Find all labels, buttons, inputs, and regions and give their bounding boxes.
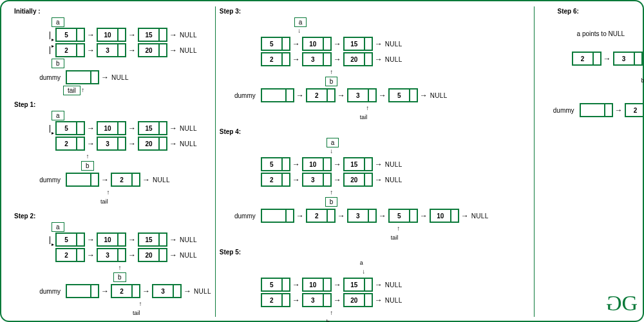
panel-step2: Step 2: a 5 10 15 NULL 2 3 20 NULL b dum… [14,213,211,317]
ptr-b-box: b [52,59,64,68]
title-step2: Step 2: [14,213,211,220]
geeksforgeeks-logo-icon: GG [610,291,634,316]
panel-step6: Step 6: a points to NULL 2 3 20 NULL b d… [538,8,644,117]
node: 3 [97,43,126,57]
column-step3-4-5: Step 3: a 5 10 15 NULL 2 3 20 NULL b dum… [215,6,534,317]
node: 20 [138,43,167,57]
elbow-b-icon [50,46,50,54]
diagram-frame: Initially : a 5 10 15 NULL 2 3 20 NULL b… [0,0,644,322]
panel-step3: Step 3: a 5 10 15 NULL 2 3 20 NULL b dum… [220,8,530,122]
column-step6: Step 6: a points to NULL 2 3 20 NULL b d… [534,6,644,317]
node: 10 [97,28,126,42]
column-initial-step1-step2: Initially : a 5 10 15 NULL 2 3 20 NULL b… [10,6,215,317]
null-label: NULL [178,32,197,39]
ptr-tail-box: tail [63,86,80,95]
title-initial: Initially : [14,8,211,15]
node: 2 [55,43,85,57]
panel-step5: Step 5: a 5 10 15 NULL 2 3 20 NULL b dum… [220,249,530,322]
arrow-up-icon [80,87,86,93]
step6-message: a points to NULL [577,30,644,37]
elbow-a-icon [50,32,50,39]
ptr-a-box: a [52,17,64,27]
dummy-node [66,70,99,84]
null-label: NULL [178,47,197,54]
panel-initial: Initially : a 5 10 15 NULL 2 3 20 NULL b… [14,8,211,95]
dummy-label: dummy [14,74,64,81]
null-label: NULL [109,74,129,81]
node: 5 [55,28,85,42]
panel-step4: Step 4: a 5 10 15 NULL 2 3 20 NULL b dum… [220,128,530,242]
node: 15 [138,28,167,42]
panel-step1: Step 1: a 5 10 15 NULL 2 3 20 NULL b dum… [14,101,211,206]
title-step1: Step 1: [14,101,211,108]
